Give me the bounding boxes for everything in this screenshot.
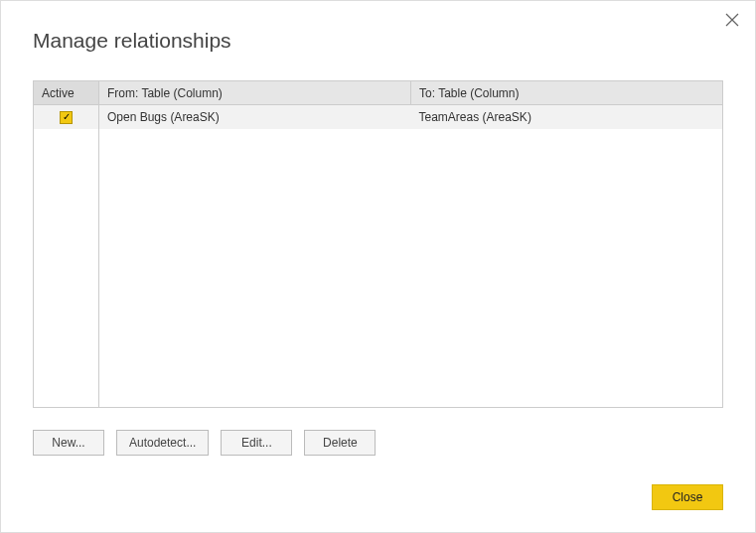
relationships-table: Active From: Table (Column) To: Table (C…: [33, 80, 723, 408]
header-active[interactable]: Active: [34, 81, 99, 104]
cell-from: Open Bugs (AreaSK): [99, 105, 411, 129]
header-to[interactable]: To: Table (Column): [411, 81, 722, 104]
new-button[interactable]: New...: [33, 430, 104, 456]
edit-button[interactable]: Edit...: [221, 430, 292, 456]
check-icon: ✓: [63, 112, 71, 122]
active-checkbox[interactable]: ✓: [60, 111, 73, 124]
table-empty-area: [34, 129, 722, 407]
active-column-spacer: [34, 129, 99, 407]
action-button-row: New... Autodetect... Edit... Delete: [33, 430, 755, 456]
close-button[interactable]: Close: [652, 484, 723, 510]
table-header-row: Active From: Table (Column) To: Table (C…: [34, 81, 722, 105]
cell-to: TeamAreas (AreaSK): [411, 105, 723, 129]
close-icon[interactable]: [725, 13, 741, 29]
manage-relationships-dialog: Manage relationships Active From: Table …: [0, 0, 756, 533]
autodetect-button[interactable]: Autodetect...: [116, 430, 209, 456]
cell-active: ✓: [34, 105, 99, 129]
table-row[interactable]: ✓ Open Bugs (AreaSK) TeamAreas (AreaSK): [34, 105, 722, 129]
delete-button[interactable]: Delete: [304, 430, 376, 456]
header-from[interactable]: From: Table (Column): [99, 81, 411, 104]
close-button-row: Close: [652, 484, 723, 510]
dialog-title: Manage relationships: [1, 1, 755, 53]
